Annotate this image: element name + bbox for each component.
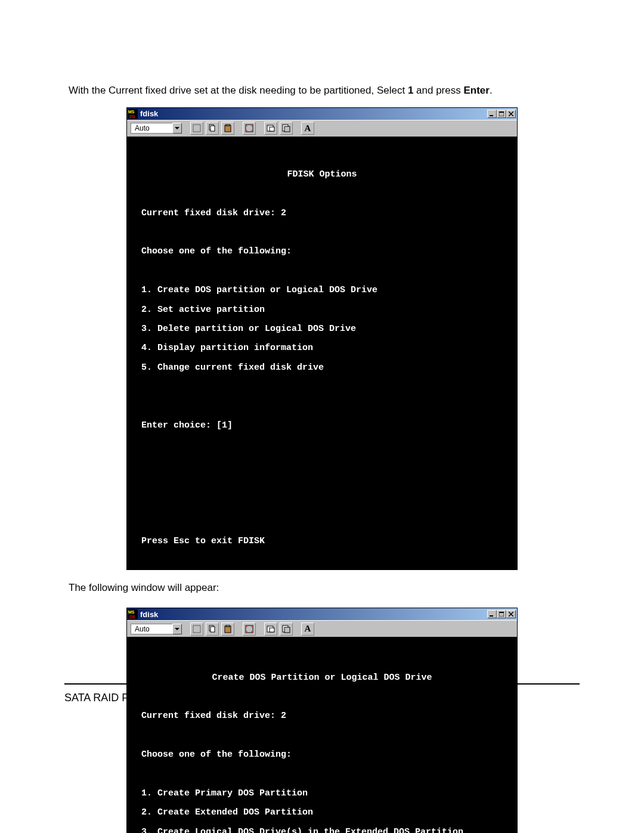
copy-button[interactable] xyxy=(206,623,219,636)
footer-rule xyxy=(64,683,580,685)
intro-mid: and press xyxy=(413,85,463,96)
size-combo[interactable]: Auto xyxy=(131,623,182,635)
svg-rect-43 xyxy=(284,627,290,633)
fullscreen-button[interactable] xyxy=(243,122,256,135)
close-button[interactable] xyxy=(506,610,516,618)
dos-current-drive: Current fixed disk drive: 2 xyxy=(141,711,503,721)
window-control-buttons xyxy=(487,610,516,618)
svg-rect-2 xyxy=(490,115,493,116)
svg-rect-40 xyxy=(270,628,274,632)
mark-button[interactable] xyxy=(190,623,203,636)
svg-point-41 xyxy=(268,627,269,627)
intro-bold1: 1 xyxy=(408,85,413,96)
fullscreen-button[interactable] xyxy=(243,623,256,636)
titlebar[interactable]: MSDS fdisk xyxy=(127,608,517,620)
combo-value: Auto xyxy=(131,123,172,134)
dos-heading: Create DOS Partition or Logical DOS Driv… xyxy=(141,673,503,683)
combo-value: Auto xyxy=(131,624,172,634)
paste-button[interactable] xyxy=(221,122,234,135)
svg-rect-11 xyxy=(226,124,230,126)
between-paragraph: The following window will appear: xyxy=(69,581,575,595)
dos-choose: Choose one of the following: xyxy=(141,750,503,760)
titlebar[interactable]: MSDS fdisk xyxy=(127,108,517,120)
toolbar: Auto A xyxy=(127,620,517,637)
maximize-button[interactable] xyxy=(497,110,506,118)
combo-dropdown-button[interactable] xyxy=(172,123,182,134)
svg-rect-32 xyxy=(225,626,231,633)
close-button[interactable] xyxy=(506,110,516,118)
dos-screen-1[interactable]: FDISK Options Current fixed disk drive: … xyxy=(127,137,517,569)
svg-rect-9 xyxy=(210,126,215,131)
svg-rect-21 xyxy=(284,126,290,132)
intro-suffix: . xyxy=(490,85,493,96)
dos-current-drive: Current fixed disk drive: 2 xyxy=(141,209,503,218)
background-button[interactable] xyxy=(280,122,293,135)
intro-prefix: With the Current fixed drive set at the … xyxy=(69,85,408,96)
window-title: fdisk xyxy=(140,109,487,118)
dos-option-2: 2. Set active partition xyxy=(141,305,503,315)
toolbar: Auto A xyxy=(127,120,517,137)
background-button[interactable] xyxy=(280,623,293,636)
svg-rect-7 xyxy=(193,125,200,132)
dos-choose: Choose one of the following: xyxy=(141,247,503,256)
minimize-button[interactable] xyxy=(487,110,497,118)
font-button-label: A xyxy=(305,624,311,634)
window-title: fdisk xyxy=(140,610,487,619)
dos-option-4: 4. Display partition information xyxy=(141,343,503,353)
fdisk-window-1: MSDS fdisk Auto A F xyxy=(126,107,518,570)
paste-button[interactable] xyxy=(221,623,234,636)
fdisk-window-2: MSDS fdisk Auto A C xyxy=(126,608,518,833)
properties-button[interactable] xyxy=(264,122,277,135)
svg-text:DS: DS xyxy=(129,114,135,119)
dos-option-1: 1. Create Primary DOS Partition xyxy=(141,789,503,798)
dos-option-3: 3. Delete partition or Logical DOS Drive xyxy=(141,324,503,334)
msdos-icon: MSDS xyxy=(128,609,138,619)
svg-rect-26 xyxy=(499,612,504,613)
svg-rect-33 xyxy=(226,625,230,627)
svg-rect-4 xyxy=(499,112,504,113)
minimize-button[interactable] xyxy=(487,610,497,618)
font-button-label: A xyxy=(305,123,311,134)
svg-text:DS: DS xyxy=(129,615,135,619)
maximize-button[interactable] xyxy=(497,610,506,618)
dos-option-5: 5. Change current fixed disk drive xyxy=(141,363,503,373)
intro-paragraph: With the Current fixed drive set at the … xyxy=(69,83,575,98)
copy-button[interactable] xyxy=(206,122,219,135)
dos-heading: FDISK Options xyxy=(141,170,503,179)
intro-bold2: Enter xyxy=(463,85,489,96)
svg-rect-18 xyxy=(270,127,274,131)
mark-button[interactable] xyxy=(190,122,203,135)
properties-button[interactable] xyxy=(264,623,277,636)
svg-text:MS: MS xyxy=(128,110,135,114)
dos-option-3: 3. Create Logical DOS Drive(s) in the Ex… xyxy=(141,828,503,833)
size-combo[interactable]: Auto xyxy=(131,122,182,134)
font-button[interactable]: A xyxy=(301,623,314,636)
svg-point-19 xyxy=(268,126,269,127)
svg-rect-29 xyxy=(193,625,200,633)
document-page: With the Current fixed drive set at the … xyxy=(0,0,644,833)
dos-enter-choice: Enter choice: [1] xyxy=(141,421,503,431)
dos-screen-2[interactable]: Create DOS Partition or Logical DOS Driv… xyxy=(127,637,517,833)
msdos-icon: MSDS xyxy=(128,109,138,119)
dos-option-2: 2. Create Extended DOS Partition xyxy=(141,808,503,817)
combo-dropdown-button[interactable] xyxy=(172,624,182,634)
dos-option-1: 1. Create DOS partition or Logical DOS D… xyxy=(141,286,503,295)
window-control-buttons xyxy=(487,110,516,118)
dos-esc-line: Press Esc to exit FDISK xyxy=(141,537,503,546)
svg-rect-10 xyxy=(225,125,231,132)
svg-text:MS: MS xyxy=(128,610,135,614)
svg-rect-24 xyxy=(490,615,493,617)
svg-rect-31 xyxy=(210,627,215,632)
page-number: 17 xyxy=(0,692,644,704)
font-button[interactable]: A xyxy=(301,122,314,135)
